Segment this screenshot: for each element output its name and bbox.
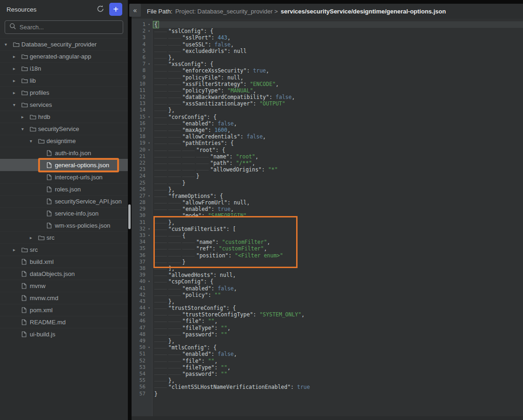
code-line[interactable]: 21"name": "root", <box>132 153 523 160</box>
fold-marker-icon[interactable]: ▾ <box>146 305 152 311</box>
tree-item-securityService[interactable]: ▾securityService <box>0 123 128 135</box>
chevron-right-icon[interactable]: ▸ <box>13 247 21 252</box>
code-line[interactable]: 49}, <box>132 338 523 344</box>
code-line[interactable]: 23"allowedOrigins": "*" <box>132 166 523 173</box>
fold-marker-icon[interactable]: ▾ <box>146 147 152 153</box>
tree-item-src[interactable]: ▸src <box>0 231 128 243</box>
code-line[interactable]: 25} <box>132 180 523 186</box>
code-line[interactable]: 42"policy": "" <box>132 292 523 298</box>
code-line[interactable]: 7▾"xssConfig": { <box>132 61 523 67</box>
chevron-down-icon[interactable]: ▾ <box>30 138 38 144</box>
code-line[interactable]: 27▾"frameOptions": { <box>132 193 523 199</box>
tree-item-general-options.json[interactable]: general-options.json <box>0 159 128 171</box>
fold-marker-icon[interactable]: ▾ <box>146 28 152 34</box>
code-line[interactable]: 24} <box>132 173 523 179</box>
code-line[interactable]: 4"useSSL": false, <box>132 41 523 48</box>
fold-marker-icon[interactable]: ▾ <box>146 114 152 120</box>
code-line[interactable]: 2▾"sslConfig": { <box>132 28 523 34</box>
editor-hscrollbar[interactable] <box>132 416 523 420</box>
tree-item-mvnw.cmd[interactable]: mvnw.cmd <box>0 292 128 304</box>
code-line[interactable]: 40▾"cspConfig": { <box>132 278 523 285</box>
code-line[interactable]: 50▾"mtlsConfig": { <box>132 344 523 351</box>
code-line[interactable]: 14}, <box>132 107 523 113</box>
code-line[interactable]: 16"enabled": false, <box>132 120 523 127</box>
sidebar-scrollbar-thumb[interactable] <box>128 204 131 229</box>
fold-marker-icon[interactable]: ▾ <box>146 21 152 28</box>
tree-item-profiles[interactable]: ▸profiles <box>0 86 128 98</box>
fold-marker-icon[interactable]: ▾ <box>146 226 152 232</box>
code-line[interactable]: 51"enabled": false, <box>132 351 523 357</box>
code-line[interactable]: 33▾{ <box>132 232 523 239</box>
code-line[interactable]: 9"policyFile": null, <box>132 74 523 81</box>
code-line[interactable]: 44▾"trustStoreConfig": { <box>132 305 523 311</box>
tree-item-hrdb[interactable]: ▸hrdb <box>0 111 128 123</box>
code-line[interactable]: 54"password": "" <box>132 371 523 377</box>
code-line[interactable]: 57} <box>132 391 523 397</box>
tree-item-auth-info.json[interactable]: auth-info.json <box>0 147 128 159</box>
search-input[interactable] <box>20 24 119 31</box>
chevron-right-icon[interactable]: ▸ <box>13 90 21 95</box>
code-line[interactable]: 45"trustStoreConfigType": "SYSTEM_ONLY", <box>132 311 523 318</box>
code-line[interactable]: 30"mode": "SAMEORIGIN" <box>132 212 523 219</box>
chevron-down-icon[interactable]: ▾ <box>21 126 30 131</box>
code-line[interactable]: 22"path": "/**", <box>132 160 523 166</box>
code-line[interactable]: 56"clientSSLHostNameVerificationEnabled"… <box>132 384 523 390</box>
code-line[interactable]: 38], <box>132 265 523 272</box>
code-line[interactable]: 1▾{ <box>132 21 523 28</box>
tree-item-README.md[interactable]: README.md <box>0 316 128 328</box>
chevron-right-icon[interactable]: ▸ <box>21 114 30 119</box>
code-line[interactable]: 47"fileType": "", <box>132 325 523 331</box>
code-line[interactable]: 53"fileType": "", <box>132 364 523 371</box>
tree-item-services[interactable]: ▾services <box>0 98 128 111</box>
chevron-down-icon[interactable]: ▾ <box>13 102 21 107</box>
code-line[interactable]: 15▾"corsConfig": { <box>132 114 523 120</box>
tree-item-build.xml[interactable]: build.xml <box>0 256 128 268</box>
chevron-right-icon[interactable]: ▸ <box>13 78 21 83</box>
code-line[interactable]: 35"ref": "customFilter", <box>132 245 523 252</box>
tree-item-lib[interactable]: ▸lib <box>0 74 128 86</box>
tree-item-mvnw[interactable]: mvnw <box>0 280 128 292</box>
fold-marker-icon[interactable]: ▾ <box>146 140 152 146</box>
code-line[interactable]: 19▾"pathEntries": { <box>132 140 523 146</box>
code-line[interactable]: 36"position": "<Filter enum>" <box>132 252 523 259</box>
tree-item-wm-xss-policies.json[interactable]: wm-xss-policies.json <box>0 219 128 231</box>
tree-item-intercept-urls.json[interactable]: intercept-urls.json <box>0 171 128 183</box>
code-editor[interactable]: 1▾{2▾"sslConfig": {3"sslPort": 443,4"use… <box>132 19 523 420</box>
code-line[interactable]: 29"enabled": true, <box>132 206 523 212</box>
code-line[interactable]: 20▾"root": { <box>132 147 523 153</box>
code-line[interactable]: 41"enabled": false, <box>132 285 523 292</box>
code-line[interactable]: 17"maxAge": 1600, <box>132 127 523 133</box>
tree-item-src[interactable]: ▸src <box>0 243 128 256</box>
code-line[interactable]: 18"allowCredentials": false, <box>132 133 523 140</box>
chevron-right-icon[interactable]: ▸ <box>13 54 21 59</box>
refresh-button[interactable] <box>95 4 106 14</box>
fold-marker-icon[interactable]: ▾ <box>146 344 152 351</box>
chevron-down-icon[interactable]: ▾ <box>5 42 13 47</box>
fold-marker-icon[interactable]: ▾ <box>146 232 152 239</box>
tree-item-Database_security_provider[interactable]: ▾Database_security_provider <box>0 38 128 50</box>
code-line[interactable]: 34"name": "customFilter", <box>132 239 523 245</box>
code-line[interactable]: 48"password": "" <box>132 331 523 338</box>
code-line[interactable]: 37} <box>132 259 523 265</box>
code-line[interactable]: 5"excludedUrls": null <box>132 48 523 54</box>
fold-marker-icon[interactable]: ▾ <box>146 61 152 67</box>
code-line[interactable]: 6}, <box>132 54 523 61</box>
code-line[interactable]: 55}, <box>132 377 523 384</box>
tree-item-dataObjects.json[interactable]: dataObjects.json <box>0 268 128 280</box>
chevron-right-icon[interactable]: ▸ <box>13 66 21 71</box>
fold-marker-icon[interactable]: ▾ <box>146 278 152 285</box>
code-line[interactable]: 52"file": "", <box>132 358 523 364</box>
code-line[interactable]: 11"policyType": "MANUAL", <box>132 87 523 94</box>
chevron-right-icon[interactable]: ▸ <box>30 235 38 240</box>
code-line[interactable]: 39"allowedHosts": null, <box>132 272 523 278</box>
tree-item-generated-angular-app[interactable]: ▸generated-angular-app <box>0 50 128 62</box>
tree-item-roles.json[interactable]: roles.json <box>0 183 128 195</box>
code-line[interactable]: 10"xssFilterStrategy": "ENCODE", <box>132 81 523 87</box>
code-line[interactable]: 12"dataBackwardCompatibility": false, <box>132 94 523 100</box>
fold-marker-icon[interactable]: ▾ <box>146 193 152 199</box>
code-line[interactable]: 8"enforceXssSecurity": true, <box>132 67 523 74</box>
code-line[interactable]: 46"file": "", <box>132 318 523 324</box>
code-line[interactable]: 28"allowFromUrl": null, <box>132 199 523 206</box>
code-line[interactable]: 26}, <box>132 186 523 193</box>
code-line[interactable]: 32▾"customFilterList": [ <box>132 226 523 232</box>
